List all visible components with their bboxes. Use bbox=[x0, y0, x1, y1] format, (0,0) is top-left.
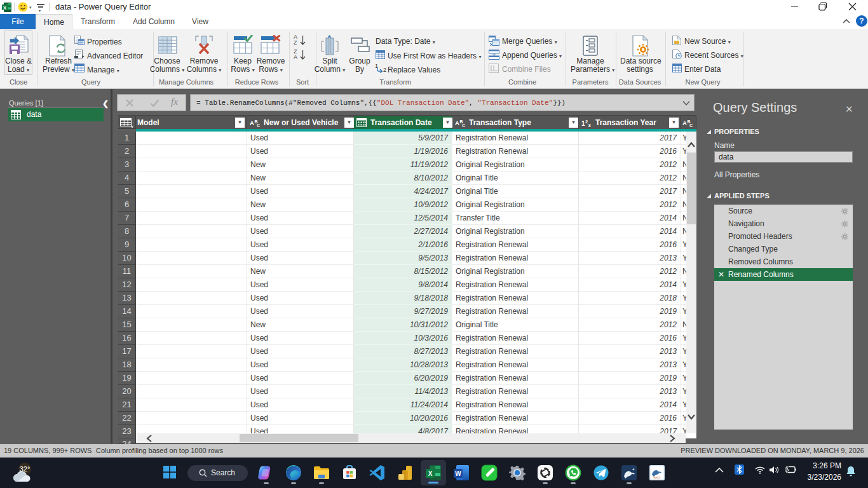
svg-text:W: W bbox=[455, 470, 461, 477]
svg-text:C: C bbox=[257, 123, 260, 128]
svg-text:A: A bbox=[250, 119, 254, 126]
svg-text:X: X bbox=[3, 5, 7, 11]
svg-text:3: 3 bbox=[588, 123, 591, 128]
svg-text:MySQL: MySQL bbox=[653, 477, 660, 479]
svg-text:A: A bbox=[455, 119, 459, 126]
svg-text:A: A bbox=[682, 119, 687, 126]
svg-text:C: C bbox=[462, 123, 465, 128]
svg-text:X: X bbox=[428, 470, 433, 477]
svg-text:C: C bbox=[689, 123, 693, 128]
